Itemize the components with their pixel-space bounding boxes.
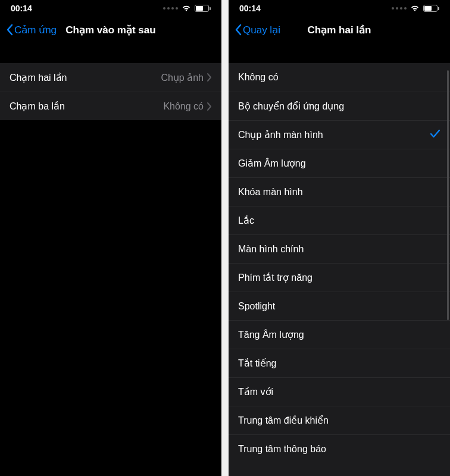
option-label: Trung tâm điều khiển (238, 415, 440, 426)
screenshot-stage: 00:14 Cảm ứng Chạm vào mặt sau (0, 0, 450, 476)
option-row[interactable]: Trung tâm thông báo (229, 434, 450, 463)
option-label: Bộ chuyển đổi ứng dụng (238, 101, 440, 112)
row-value: Không có (163, 101, 204, 112)
option-row[interactable]: Tầm với (229, 377, 450, 406)
wifi-icon (182, 5, 191, 12)
option-label: Trung tâm thông báo (238, 444, 440, 455)
options-container: Không cóBộ chuyển đổi ứng dụngChụp ảnh m… (229, 43, 450, 476)
status-time: 00:14 (11, 4, 32, 13)
row-value: Chụp ảnh (161, 72, 204, 83)
back-label: Cảm ứng (14, 24, 57, 36)
chevron-right-icon (207, 73, 212, 82)
row-label: Chạm ba lần (10, 101, 163, 112)
option-label: Spotlight (238, 301, 440, 312)
row-label: Chạm hai lần (10, 72, 161, 83)
option-row[interactable]: Không có (229, 63, 450, 92)
nav-header: Quay lại Chạm hai lần (229, 17, 450, 43)
status-time: 00:14 (239, 4, 261, 13)
option-row[interactable]: Chụp ảnh màn hình (229, 120, 450, 149)
phone-right: 00:14 Quay lại Chạm hai lần (229, 0, 450, 476)
nav-header: Cảm ứng Chạm vào mặt sau (0, 17, 221, 43)
status-right-cluster (392, 5, 439, 12)
option-label: Tầm với (238, 386, 440, 397)
option-label: Phím tắt trợ năng (238, 272, 440, 283)
row-triple-tap[interactable]: Chạm ba lần Không có (0, 92, 221, 120)
option-label: Không có (238, 72, 440, 83)
option-row[interactable]: Phím tắt trợ năng (229, 263, 450, 292)
status-right-cluster (163, 5, 211, 12)
option-row[interactable]: Tắt tiếng (229, 349, 450, 377)
scrollbar-thumb[interactable] (447, 70, 449, 320)
option-row[interactable]: Tăng Âm lượng (229, 320, 450, 349)
battery-icon (423, 5, 439, 12)
section-spacer (0, 43, 221, 63)
option-label: Lắc (238, 215, 440, 226)
cellular-dots-icon (392, 7, 407, 10)
battery-icon (195, 5, 211, 12)
option-row[interactable]: Lắc (229, 206, 450, 234)
status-bar: 00:14 (0, 0, 221, 17)
back-button[interactable]: Cảm ứng (5, 21, 58, 39)
option-label: Tắt tiếng (238, 358, 440, 369)
option-label: Khóa màn hình (238, 187, 440, 198)
wifi-icon (410, 5, 420, 12)
chevron-left-icon (235, 24, 242, 36)
option-label: Chụp ảnh màn hình (238, 129, 430, 140)
option-row[interactable]: Spotlight (229, 292, 450, 320)
chevron-left-icon (6, 24, 13, 36)
option-row[interactable]: Khóa màn hình (229, 177, 450, 206)
option-row[interactable]: Trung tâm điều khiển (229, 406, 450, 434)
checkmark-icon (430, 129, 440, 141)
options-list: Không cóBộ chuyển đổi ứng dụngChụp ảnh m… (229, 63, 450, 476)
cellular-dots-icon (163, 7, 178, 10)
settings-list: Chạm hai lần Chụp ảnh Chạm ba lần Không … (0, 63, 221, 120)
option-label: Giảm Âm lượng (238, 158, 440, 169)
status-bar: 00:14 (229, 0, 450, 17)
back-button[interactable]: Quay lại (233, 21, 282, 39)
option-row[interactable]: Màn hình chính (229, 234, 450, 263)
option-row[interactable]: Giảm Âm lượng (229, 149, 450, 177)
option-label: Màn hình chính (238, 244, 440, 255)
option-label: Tăng Âm lượng (238, 329, 440, 340)
chevron-right-icon (207, 102, 212, 111)
back-label: Quay lại (243, 24, 280, 36)
option-row[interactable]: Bộ chuyển đổi ứng dụng (229, 92, 450, 120)
row-double-tap[interactable]: Chạm hai lần Chụp ảnh (0, 63, 221, 92)
phone-left: 00:14 Cảm ứng Chạm vào mặt sau (0, 0, 221, 476)
